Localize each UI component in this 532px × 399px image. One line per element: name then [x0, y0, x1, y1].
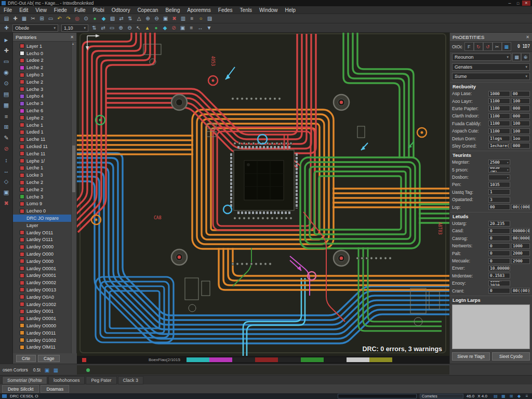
toolbar-icon[interactable]: ↖	[134, 24, 143, 32]
property-value-field[interactable]: 1100	[488, 98, 510, 104]
toolbar-icon[interactable]: ⊖	[152, 15, 161, 22]
cage-button[interactable]: Cage	[38, 355, 60, 362]
layer-color-swatch[interactable]	[20, 44, 24, 48]
toolbar-icon[interactable]: ▨	[205, 15, 214, 22]
layer-color-swatch[interactable]	[20, 180, 24, 185]
toolbar-icon[interactable]: ▣	[161, 15, 170, 22]
layer-item[interactable]: Lardey O111	[13, 236, 76, 244]
genates-dropdown[interactable]: Genates	[452, 63, 530, 71]
detre-silcckt-button[interactable]: Detre Silcckt	[2, 385, 39, 393]
toolbar-icon[interactable]: ↶	[55, 15, 64, 22]
property-value-field[interactable]: 1100	[488, 128, 510, 134]
toolbar-icon[interactable]: ○	[196, 15, 205, 22]
layer-item[interactable]: Lecheo 0	[13, 207, 76, 215]
property-value-field-2[interactable]: 00000(00)	[511, 228, 530, 234]
layer-item[interactable]: Leche 3	[13, 100, 76, 107]
layer-item[interactable]: Lepho 4	[13, 93, 76, 100]
sieet-cyode-button[interactable]: Sieet Cyode	[492, 352, 530, 361]
toolbar-icon[interactable]: ⊘	[169, 24, 178, 32]
layer-item[interactable]: Lardey O011	[13, 229, 76, 236]
central-ic-chip[interactable]	[229, 145, 299, 215]
tool-icon[interactable]: ✚	[1, 45, 11, 56]
sume-dropdown[interactable]: Sume	[452, 73, 530, 80]
toolbar-icon[interactable]: ⊕	[116, 24, 125, 32]
dock-tab[interactable]: loohohonoes	[48, 376, 85, 384]
layer-color-swatch[interactable]	[20, 202, 24, 206]
layers-scrollbar[interactable]	[71, 42, 76, 358]
toolbar-icon[interactable]: ↔	[196, 24, 205, 32]
layer-item[interactable]: Layer 1	[13, 43, 76, 50]
status-icon[interactable]: ▦	[500, 394, 507, 398]
layer-color-swatch[interactable]	[20, 330, 24, 335]
property-value-field-2[interactable]: 000	[511, 113, 530, 119]
layer-item[interactable]: Lardey O1002	[13, 301, 76, 308]
property-value-field[interactable]: 1000-2010	[488, 281, 510, 286]
property-value-field[interactable]: 1100	[488, 113, 510, 119]
tool-icon[interactable]: ⊘	[1, 143, 11, 154]
toolbar-icon[interactable]: ▭	[108, 24, 116, 32]
properties-toolbar-icon[interactable]: ↺	[483, 42, 493, 51]
layer-color-swatch[interactable]	[20, 79, 24, 84]
layer-color-swatch[interactable]	[20, 266, 24, 271]
layer-item[interactable]: Layer	[13, 222, 76, 229]
property-value-field[interactable]: 0	[488, 228, 510, 234]
toolbar-icon[interactable]: ◆	[161, 24, 169, 32]
layer-color-swatch[interactable]	[20, 245, 24, 249]
layer-color-swatch[interactable]	[20, 51, 24, 56]
menu-item[interactable]: Edit	[16, 7, 32, 13]
layer-color-swatch[interactable]	[20, 252, 24, 257]
toolbar-icon[interactable]: ▲	[143, 24, 152, 32]
layer-color-segment[interactable]	[324, 357, 347, 362]
property-value-field[interactable]: 1	[488, 189, 510, 195]
toolbar-icon[interactable]: ▧	[108, 15, 117, 22]
tool-icon[interactable]: ≡	[1, 111, 11, 122]
layer-color-swatch[interactable]	[20, 101, 24, 106]
layer-item[interactable]: Lepho 3	[13, 71, 76, 78]
layer-item[interactable]: Lardey O0013	[13, 286, 76, 294]
active-layer-chip[interactable]	[82, 358, 86, 362]
layer-color-swatch[interactable]	[20, 194, 24, 199]
layer-item[interactable]: Lephe 2	[13, 114, 76, 122]
layer-item[interactable]: Leche 11	[13, 150, 76, 157]
property-value-field[interactable]: 1035	[488, 182, 510, 188]
layer-item[interactable]: Lardey O0001	[13, 265, 76, 272]
layer-color-swatch[interactable]	[20, 158, 24, 163]
grid-combo[interactable]: Obede	[12, 24, 58, 32]
layer-color-swatch[interactable]	[20, 87, 24, 91]
layer-color-swatch[interactable]	[20, 302, 24, 307]
toolbar-icon[interactable]: ⊖	[125, 24, 134, 32]
layer-color-segment[interactable]	[232, 357, 255, 362]
property-value-field[interactable]: 20.235	[488, 221, 510, 227]
property-value-field-2[interactable]: 100	[511, 121, 530, 126]
property-value-field-2[interactable]: 2000	[511, 250, 530, 256]
toolbar-icon[interactable]: ▣	[178, 24, 187, 32]
property-value-field-2[interactable]: 000	[511, 105, 530, 111]
logtn-larps-list[interactable]	[452, 304, 530, 349]
property-value-field-2[interactable]: 100	[511, 98, 530, 104]
layer-item[interactable]: Leche 2	[13, 78, 76, 86]
tool-icon[interactable]: ⊙	[1, 78, 11, 89]
layers-panel-close-icon[interactable]: ✕	[70, 35, 74, 39]
property-value-field[interactable]: 0.1583	[488, 273, 510, 278]
tool-icon[interactable]: ▣	[1, 187, 11, 198]
layer-color-swatch[interactable]	[20, 345, 24, 350]
toolbar-icon[interactable]: ⇅	[90, 24, 99, 32]
dock-tab[interactable]: Sometriar (Rehte	[2, 376, 47, 384]
layer-color-swatch[interactable]	[20, 115, 24, 120]
menu-item[interactable]: Plobi	[89, 7, 108, 13]
toolbar-icon[interactable]: △	[135, 15, 143, 22]
layer-color-swatch[interactable]	[20, 295, 24, 299]
toolbar-icon[interactable]: ▦	[20, 15, 29, 22]
layer-item[interactable]: Lardey O0001	[13, 272, 76, 280]
layer-color-segment[interactable]	[347, 357, 369, 362]
tool-icon[interactable]: ◇	[1, 176, 11, 187]
layer-item[interactable]: Leded 1	[13, 129, 76, 136]
layer-color-segment[interactable]	[369, 357, 392, 362]
layer-item[interactable]: Lardey OlM11	[13, 343, 76, 351]
reounon-dropdown[interactable]: Reounon	[452, 54, 511, 61]
layer-color-swatch[interactable]	[20, 187, 24, 192]
layer-color-swatch[interactable]	[20, 323, 24, 328]
layer-item[interactable]: Lardey O0001	[13, 315, 76, 322]
layer-item[interactable]: Locke 3	[13, 171, 76, 179]
toolbar-icon[interactable]: ▥	[179, 15, 188, 22]
